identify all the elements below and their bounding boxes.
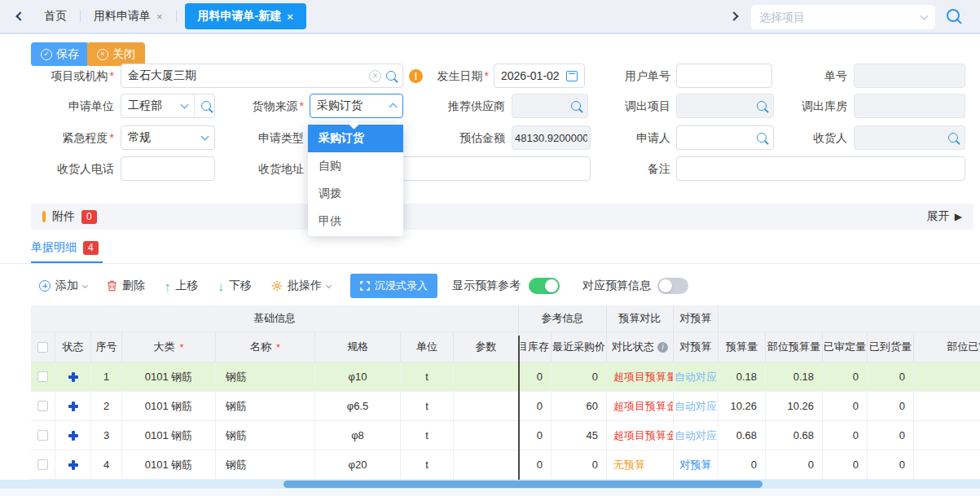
calendar-icon[interactable] xyxy=(566,71,578,81)
add-row-icon[interactable] xyxy=(68,402,78,411)
cell-compare-status: 超项目预算金额 xyxy=(607,421,674,450)
row-checkbox[interactable] xyxy=(37,371,48,382)
cell-last-price: 0 xyxy=(552,450,607,480)
row-checkbox[interactable] xyxy=(37,459,48,470)
delete-button[interactable]: 删除 xyxy=(107,279,145,293)
col-last-price: 最近采购价 xyxy=(552,332,607,362)
frozen-column-divider[interactable] xyxy=(518,336,520,480)
chevron-up-icon[interactable] xyxy=(389,103,398,112)
receiver-phone-label: 收货人电话 xyxy=(33,156,114,181)
budget-action-link[interactable]: 对预算 xyxy=(674,450,719,480)
cell-budget-qty: 0.68 xyxy=(719,421,766,450)
budget-action-link[interactable]: 自动对应 xyxy=(674,421,719,450)
add-button[interactable]: 添加 xyxy=(39,279,87,293)
table-row: 4 0101 钢筋 钢筋 φ20 t 0 0 无预算 对预算 0 0 0 0 xyxy=(31,450,980,480)
out-project-field xyxy=(676,94,774,118)
cell-stock: 0 xyxy=(519,421,552,450)
cell-budget-qty: 0.18 xyxy=(719,362,766,392)
col-approved-qty: 已审定量 xyxy=(823,332,868,362)
immersive-entry-button[interactable]: 沉浸式录入 xyxy=(350,274,437,298)
cell-compare-status: 超项目预算金额 xyxy=(607,392,674,421)
project-select[interactable] xyxy=(751,5,935,29)
save-button[interactable]: ✓ 保存 xyxy=(31,42,89,66)
tab-detail-list[interactable]: 单据明细 4 xyxy=(31,240,99,255)
close-button[interactable]: × 关闭 xyxy=(87,42,145,66)
chevron-down-icon[interactable] xyxy=(201,133,209,141)
horizontal-scrollbar-thumb[interactable] xyxy=(283,481,762,488)
cell-approved-qty: 0 xyxy=(823,450,868,480)
col-category: 大类* xyxy=(122,332,216,362)
show-budget-ref-toggle[interactable] xyxy=(529,278,560,294)
dropdown-option-owner-supplied[interactable]: 甲供 xyxy=(308,208,403,235)
remark-label: 备注 xyxy=(589,156,670,181)
col-arrived-qty: 已到货量 xyxy=(868,332,914,362)
user-no-input[interactable] xyxy=(676,64,772,88)
out-warehouse-label: 调出库房 xyxy=(766,94,847,118)
scroll-tabs-left-icon[interactable] xyxy=(10,6,31,27)
search-icon[interactable] xyxy=(386,71,396,81)
add-row-icon[interactable] xyxy=(68,460,78,470)
horizontal-scrollbar-track[interactable] xyxy=(0,480,980,489)
goods-source-select[interactable]: 采购订货 xyxy=(310,94,403,118)
cell-unit: t xyxy=(401,362,454,392)
clear-icon[interactable] xyxy=(369,70,381,82)
tab-material-new[interactable]: 用料申请单-新建 × xyxy=(185,3,306,29)
dropdown-option-purchase-order[interactable]: 采购订货 xyxy=(308,125,403,152)
divider xyxy=(0,263,980,264)
apply-unit-field[interactable]: 工程部 xyxy=(121,94,215,118)
budget-action-link[interactable]: 自动对应 xyxy=(674,392,719,421)
batch-actions-button[interactable]: 批操作 xyxy=(271,279,331,293)
cell-stock: 0 xyxy=(519,362,552,392)
tab-home[interactable]: 首页 xyxy=(31,0,80,33)
dropdown-option-transfer[interactable]: 调拨 xyxy=(308,180,403,208)
col-compare-status: 对比状态 xyxy=(607,332,674,362)
attachment-bar[interactable]: 附件 0 展开 ▶ xyxy=(31,204,973,230)
supplier-label: 推荐供应商 xyxy=(424,94,505,118)
row-checkbox[interactable] xyxy=(37,430,48,441)
cell-category: 0101 钢筋 xyxy=(122,392,216,421)
group-basic: 基础信息 xyxy=(31,305,519,332)
chevron-down-icon[interactable] xyxy=(181,101,189,109)
dropdown-option-self-purchase[interactable]: 自购 xyxy=(308,152,403,180)
grid-toolbar: 添加 删除 ↑ 上移 ↓ 下移 批操作 沉浸式录入 显示预算参考 对应预算信息 xyxy=(39,274,688,298)
receiver-phone-input[interactable] xyxy=(121,156,215,181)
add-row-icon[interactable] xyxy=(68,372,78,382)
move-up-button[interactable]: ↑ 上移 xyxy=(165,279,199,293)
map-budget-info-toggle[interactable] xyxy=(657,278,688,294)
col-budget-qty: 预算量 xyxy=(719,332,766,362)
project-select-input[interactable] xyxy=(759,11,921,24)
cell-unit: t xyxy=(401,392,454,421)
section-marker-icon xyxy=(42,211,46,222)
applicant-field[interactable] xyxy=(676,125,774,150)
add-row-icon[interactable] xyxy=(68,431,78,441)
search-icon[interactable] xyxy=(947,9,960,22)
cell-spec: φ8 xyxy=(315,421,401,450)
tab-material-list[interactable]: 用料申请单 × xyxy=(81,0,176,33)
remark-input[interactable] xyxy=(676,156,965,181)
urgency-select[interactable]: 常规 xyxy=(121,125,215,150)
cell-approved-qty: 0 xyxy=(823,392,868,421)
date-field[interactable]: 2026-01-02 1 xyxy=(494,64,585,88)
scroll-tabs-right-icon[interactable] xyxy=(723,6,745,27)
row-checkbox[interactable] xyxy=(37,401,48,411)
user-no-label: 用户单号 xyxy=(589,64,670,88)
goods-source-dropdown: 采购订货 自购 调拨 甲供 xyxy=(308,124,403,236)
expand-button[interactable]: 展开 ▶ xyxy=(927,209,962,224)
address-label: 收货地址 xyxy=(222,156,304,181)
apply-type-label: 申请类型 xyxy=(222,125,304,150)
info-icon[interactable] xyxy=(657,342,668,353)
search-icon[interactable] xyxy=(571,101,581,111)
close-tab-icon[interactable]: × xyxy=(156,11,163,23)
search-icon[interactable] xyxy=(948,133,958,143)
select-all-checkbox[interactable] xyxy=(37,342,48,353)
move-down-button[interactable]: ↓ 下移 xyxy=(218,279,253,293)
chevron-down-icon xyxy=(82,282,88,288)
cell-category: 0101 钢筋 xyxy=(122,362,216,392)
circle-plus-icon xyxy=(39,280,51,292)
project-field[interactable]: 金石大厦三期 xyxy=(121,64,403,88)
cell-param xyxy=(454,392,519,421)
budget-action-link[interactable]: 自动对应 xyxy=(674,362,719,392)
close-tab-icon[interactable]: × xyxy=(287,11,293,23)
col-seq: 序号 xyxy=(91,332,122,362)
chevron-down-icon[interactable] xyxy=(921,12,929,20)
